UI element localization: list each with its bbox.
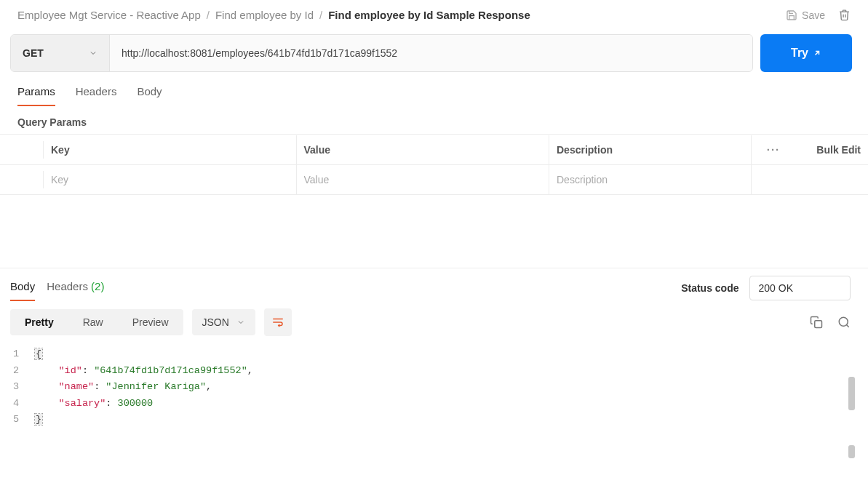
line-number: 3 xyxy=(13,379,19,396)
more-options-icon[interactable]: ··· xyxy=(752,135,795,164)
svg-line-4 xyxy=(846,324,848,327)
response-body-code[interactable]: 1 2 3 4 5 { "id": "641b74fd1b7d171ca99f1… xyxy=(0,342,868,433)
params-col-blank xyxy=(0,141,44,159)
scrollbar[interactable] xyxy=(848,377,855,484)
url-input[interactable]: http://localhost:8081/employees/641b74fd… xyxy=(110,35,752,71)
chevron-down-icon xyxy=(89,49,97,57)
breadcrumb: Employee Mgt Service - Reactive App / Fi… xyxy=(17,9,530,21)
breadcrumb-endpoint[interactable]: Find employee by Id xyxy=(215,9,314,21)
status-code-label: Status code xyxy=(681,282,738,294)
params-col-key: Key xyxy=(44,135,297,164)
copy-icon[interactable] xyxy=(810,316,823,329)
breadcrumb-current: Find employee by Id Sample Response xyxy=(328,9,530,21)
line-number: 1 xyxy=(13,346,19,363)
try-button[interactable]: Try xyxy=(760,34,852,72)
line-number: 4 xyxy=(13,396,19,412)
response-headers-count: (2) xyxy=(91,280,104,292)
breadcrumb-sep-icon: / xyxy=(319,9,322,21)
row-handle[interactable] xyxy=(0,171,44,188)
breadcrumb-app[interactable]: Employee Mgt Service - Reactive App xyxy=(17,9,201,21)
save-icon xyxy=(786,9,797,21)
params-col-value: Value xyxy=(297,135,550,164)
chevron-down-icon xyxy=(236,318,245,327)
tab-params[interactable]: Params xyxy=(17,79,55,106)
view-pretty-button[interactable]: Pretty xyxy=(10,309,68,335)
delete-icon[interactable] xyxy=(838,9,851,21)
scrollbar-thumb[interactable] xyxy=(848,445,855,458)
view-mode-switch: Pretty Raw Preview xyxy=(10,309,183,335)
tab-headers[interactable]: Headers xyxy=(76,79,117,106)
arrow-up-right-icon xyxy=(813,49,821,57)
code-content: { "id": "641b74fd1b7d171ca99f1552", "nam… xyxy=(35,346,253,428)
format-select[interactable]: JSON xyxy=(192,309,255,335)
line-number: 2 xyxy=(13,363,19,380)
param-description-input[interactable] xyxy=(557,174,744,185)
query-params-table: Key Value Description ··· Bulk Edit xyxy=(0,134,868,195)
method-select[interactable]: GET xyxy=(11,35,110,71)
view-raw-button[interactable]: Raw xyxy=(68,309,118,335)
bulk-edit-button[interactable]: Bulk Edit xyxy=(795,135,868,164)
request-bar: GET http://localhost:8081/employees/641b… xyxy=(10,34,753,72)
status-code-value[interactable]: 200 OK xyxy=(749,276,851,300)
wrap-lines-icon xyxy=(271,316,284,329)
svg-point-3 xyxy=(839,317,848,326)
save-button[interactable]: Save xyxy=(786,9,825,21)
code-gutter: 1 2 3 4 5 xyxy=(13,346,35,428)
breadcrumb-sep-icon: / xyxy=(207,9,210,21)
method-label: GET xyxy=(23,47,44,59)
format-label: JSON xyxy=(202,316,229,328)
params-col-description: Description xyxy=(549,135,752,164)
param-key-input[interactable] xyxy=(51,174,289,185)
response-tab-headers[interactable]: Headers (2) xyxy=(47,274,104,301)
scrollbar-thumb[interactable] xyxy=(848,377,855,410)
response-tab-body[interactable]: Body xyxy=(10,274,35,301)
response-headers-label: Headers xyxy=(47,280,88,292)
view-preview-button[interactable]: Preview xyxy=(118,309,183,335)
line-number: 5 xyxy=(13,412,19,428)
save-label: Save xyxy=(802,9,825,21)
search-icon[interactable] xyxy=(837,316,851,329)
param-value-input[interactable] xyxy=(304,174,542,185)
table-row xyxy=(0,165,868,194)
try-label: Try xyxy=(791,47,808,60)
svg-rect-2 xyxy=(815,321,822,328)
query-params-title: Query Params xyxy=(0,106,868,134)
tab-body[interactable]: Body xyxy=(137,79,162,106)
wrap-lines-button[interactable] xyxy=(264,308,292,336)
